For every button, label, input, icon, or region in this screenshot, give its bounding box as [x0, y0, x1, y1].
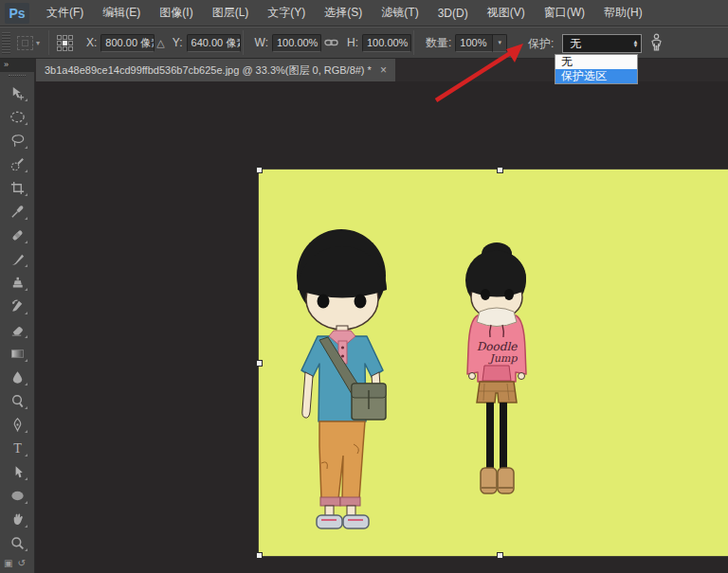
- w-label: W:: [255, 36, 268, 49]
- protect-dropdown-list: 无 保护选区: [555, 54, 638, 84]
- h-label: H:: [347, 36, 358, 49]
- divider: [243, 30, 244, 55]
- girl-figure: Doodle Jump: [465, 242, 526, 493]
- menu-edit[interactable]: 编辑(E): [93, 0, 150, 27]
- y-input[interactable]: 640.00 像素: [187, 34, 241, 52]
- type-tool-glyph: T: [13, 440, 22, 456]
- lasso-tool[interactable]: [4, 129, 30, 152]
- toolbar-footer: ▣ ↺: [0, 555, 34, 568]
- x-label: X:: [86, 36, 97, 49]
- transform-handle-bottom-center[interactable]: [497, 552, 503, 559]
- type-tool[interactable]: T: [4, 437, 30, 460]
- menu-select[interactable]: 选择(S): [315, 0, 372, 27]
- menu-help[interactable]: 帮助(H): [594, 0, 652, 27]
- eraser-tool[interactable]: [4, 318, 30, 342]
- crop-tool[interactable]: [4, 176, 30, 200]
- toolbar-collapse-button[interactable]: »: [0, 59, 34, 72]
- move-tool[interactable]: [4, 81, 30, 105]
- menu-type[interactable]: 文字(Y): [258, 0, 315, 27]
- amount-input[interactable]: 100%: [455, 34, 493, 52]
- dropdown-item-none[interactable]: 无: [555, 55, 637, 69]
- clone-stamp-tool[interactable]: [4, 271, 30, 295]
- amount-label: 数量:: [426, 35, 451, 51]
- path-selection-tool[interactable]: [4, 460, 30, 484]
- transform-handle-bottom-left[interactable]: [256, 552, 263, 559]
- gradient-tool[interactable]: [4, 342, 30, 366]
- quick-selection-tool[interactable]: [4, 152, 30, 176]
- menu-window[interactable]: 窗口(W): [535, 0, 594, 27]
- protect-select[interactable]: 无 ▲▼: [562, 34, 642, 53]
- divider: [48, 30, 49, 55]
- spinner-icon: ▲▼: [632, 40, 638, 47]
- menu-3d[interactable]: 3D(D): [428, 0, 478, 27]
- brush-tool[interactable]: [4, 247, 30, 271]
- amount-dropdown-button[interactable]: ▾: [493, 34, 507, 52]
- blur-tool[interactable]: [4, 366, 30, 389]
- quick-mask-icon[interactable]: ▣: [4, 558, 12, 568]
- transform-handle-top-center[interactable]: [497, 167, 503, 173]
- close-icon[interactable]: ×: [380, 63, 387, 77]
- divider: [413, 30, 414, 55]
- relative-position-icon[interactable]: △: [156, 37, 164, 49]
- marquee-tool[interactable]: [4, 105, 30, 129]
- options-grip: [2, 31, 10, 54]
- double-chevron-icon: »: [4, 60, 9, 69]
- transform-handle-top-left[interactable]: [256, 167, 263, 173]
- menu-bar: Ps 文件(F) 编辑(E) 图像(I) 图层(L) 文字(Y) 选择(S) 滤…: [0, 0, 728, 27]
- x-input[interactable]: 800.00 像素: [100, 34, 155, 52]
- protect-skin-tones-icon[interactable]: [650, 33, 663, 55]
- chevron-down-icon: ▾: [36, 39, 40, 47]
- dodge-tool[interactable]: [4, 389, 30, 413]
- menu-view[interactable]: 视图(V): [478, 0, 535, 27]
- protect-selected-value: 无: [570, 36, 581, 52]
- shape-tool[interactable]: [4, 484, 30, 508]
- document-tab[interactable]: 3b1a48e89ce14cd99ffbd536b7cb625e.jpg @ 3…: [36, 59, 395, 81]
- menu-layer[interactable]: 图层(L): [203, 0, 259, 27]
- toolbar-grip: [0, 72, 34, 79]
- menu-image[interactable]: 图像(I): [150, 0, 202, 27]
- link-dimensions-icon[interactable]: [324, 38, 338, 47]
- y-label: Y:: [173, 36, 183, 49]
- tool-bar: »: [0, 59, 35, 573]
- chevron-down-icon: ▾: [499, 39, 502, 46]
- hoodie-text-line1: Doodle: [477, 340, 519, 353]
- pen-tool[interactable]: [4, 413, 30, 437]
- boy-figure: [297, 229, 387, 528]
- photoshop-window: Ps 文件(F) 编辑(E) 图像(I) 图层(L) 文字(Y) 选择(S) 滤…: [0, 0, 728, 573]
- transform-handle-middle-left[interactable]: [256, 360, 263, 367]
- cartoon-artwork: Doodle Jump: [259, 170, 728, 556]
- width-input[interactable]: 100.00%: [272, 34, 321, 52]
- hand-tool[interactable]: [4, 508, 30, 531]
- menu-file[interactable]: 文件(F): [37, 0, 93, 27]
- reference-point-locator[interactable]: [57, 35, 73, 51]
- dropdown-item-protect-selection[interactable]: 保护选区: [555, 69, 637, 83]
- zoom-tool[interactable]: [4, 531, 30, 555]
- screen-mode-icon[interactable]: ↺: [17, 558, 25, 568]
- document-tab-title: 3b1a48e89ce14cd99ffbd536b7cb625e.jpg @ 3…: [45, 63, 372, 78]
- transform-tool-icon: [17, 36, 33, 50]
- eyedropper-tool[interactable]: [4, 200, 30, 224]
- hoodie-text-line2: Jump: [488, 352, 519, 365]
- image-layer[interactable]: Doodle Jump: [259, 170, 728, 556]
- menu-filter[interactable]: 滤镜(T): [372, 0, 428, 27]
- tool-preset-picker[interactable]: ▾: [10, 27, 46, 58]
- height-input[interactable]: 100.00%: [362, 34, 411, 52]
- protect-label: 保护:: [528, 36, 554, 52]
- ps-logo: Ps: [5, 3, 29, 24]
- history-brush-tool[interactable]: [4, 295, 30, 318]
- healing-brush-tool[interactable]: [4, 224, 30, 247]
